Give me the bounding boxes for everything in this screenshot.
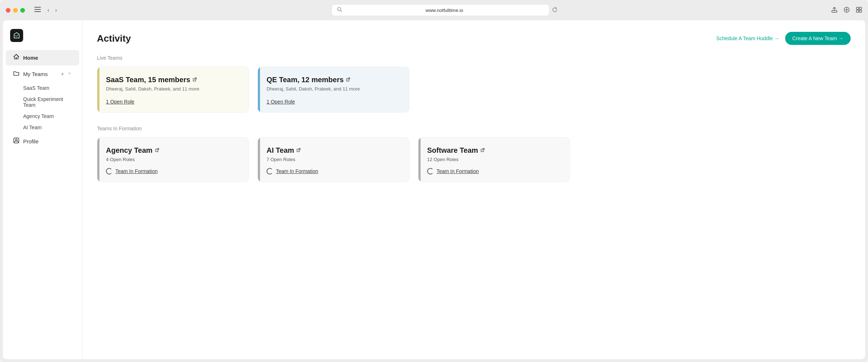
svg-rect-9 [856,7,859,9]
browser-window: ‹ › www.notfulltime.io [0,0,868,362]
minimize-button[interactable] [13,8,18,13]
sidebar-item-profile[interactable]: Profile [6,134,79,149]
saas-team-card[interactable]: SaaS Team, 15 members Dheeraj, Sahil, Da… [97,67,249,113]
formation-teams-row: Agency Team 4 Open Roles Team In Formati… [97,137,851,182]
saas-team-card-title: SaaS Team, 15 members [106,76,240,84]
home-icon [13,54,20,62]
qe-team-external-icon [346,77,350,83]
ai-team-formation-status[interactable]: Team In Formation [267,168,400,174]
app-logo [10,29,23,42]
browser-controls: ‹ › [32,6,59,14]
agency-team-card[interactable]: Agency Team 4 Open Roles Team In Formati… [97,137,249,182]
collapse-icon[interactable]: ^ [67,71,72,77]
my-teams-label: My Teams [23,71,56,77]
software-team-card-title: Software Team [427,146,561,155]
live-teams-section-label: Live Teams [97,55,851,61]
address-bar[interactable]: www.notfulltime.io [332,5,549,16]
svg-rect-12 [859,10,861,12]
sidebar-section-my-teams[interactable]: My Teams + ^ [6,66,79,82]
sidebar-toggle-button[interactable] [32,6,43,14]
software-team-external-icon [480,148,485,153]
formation-icon [106,168,112,174]
ai-team-open-roles: 7 Open Roles [267,157,400,162]
svg-rect-2 [34,11,41,12]
software-team-card[interactable]: Software Team 12 Open Roles Team In Form… [418,137,570,182]
software-team-open-roles: 12 Open Roles [427,157,561,162]
agency-team-card-title: Agency Team [106,146,240,155]
schedule-huddle-link[interactable]: Schedule A Team Huddle → [716,35,779,41]
agency-team-formation-status[interactable]: Team In Formation [106,168,240,174]
ai-team-card[interactable]: AI Team 7 Open Roles Team In Formation [258,137,409,182]
sidebar-sub-item-ai-team[interactable]: AI Team [6,122,79,133]
svg-line-4 [340,10,342,12]
profile-label: Profile [23,138,39,144]
ai-team-external-icon [296,148,301,153]
qe-team-members: Dheeraj, Sahil, Daksh, Prateek, and 11 m… [267,86,400,92]
svg-point-14 [16,139,17,141]
browser-content: Home My Teams + ^ SaaS Team [3,20,865,359]
agency-formation-label: Team In Formation [115,168,158,174]
url-display: www.notfulltime.io [345,8,544,13]
svg-rect-1 [34,9,41,10]
agency-team-name: Agency Team [106,146,153,155]
sidebar-sub-item-saas-team[interactable]: SaaS Team [6,83,79,93]
my-teams-actions: + ^ [59,70,72,78]
ai-team-label: AI Team [23,125,42,130]
fullscreen-button[interactable] [20,8,25,13]
sidebar-sub-item-agency-team[interactable]: Agency Team [6,111,79,122]
add-team-icon[interactable]: + [59,70,65,78]
browser-actions-right [831,7,862,14]
formation-icon-ai [267,168,273,174]
browser-titlebar: ‹ › www.notfulltime.io [0,0,868,20]
formation-teams-section-label: Teams In Formation [97,126,851,131]
main-header: Activity Schedule A Team Huddle → Create… [97,32,851,45]
software-team-name: Software Team [427,146,478,155]
saas-team-external-icon [192,77,197,83]
live-teams-row: SaaS Team, 15 members Dheeraj, Sahil, Da… [97,67,851,113]
qe-team-card-title: QE Team, 12 members [267,76,400,84]
svg-rect-0 [34,7,41,8]
ai-team-card-title: AI Team [267,146,400,155]
saas-team-open-role-link[interactable]: 1 Open Role [106,99,135,105]
forward-button[interactable]: › [54,7,58,14]
sidebar-sub-item-quick-experiment[interactable]: Quick Experiment Team [6,94,79,110]
software-formation-label: Team In Formation [437,168,479,174]
saas-team-members: Dheeraj, Sahil, Daksh, Prateek, and 11 m… [106,86,240,92]
create-new-team-button[interactable]: Create A New Team → [785,32,851,45]
svg-rect-5 [832,10,837,12]
ai-formation-label: Team In Formation [276,168,318,174]
traffic-lights [6,8,25,13]
saas-team-label: SaaS Team [23,85,49,91]
svg-rect-11 [856,10,859,12]
qe-team-name: QE Team, 12 members [267,76,344,84]
agency-team-label: Agency Team [23,113,54,119]
header-actions: Schedule A Team Huddle → Create A New Te… [716,32,851,45]
main-content: Activity Schedule A Team Huddle → Create… [82,20,865,359]
close-button[interactable] [6,8,10,13]
sidebar: Home My Teams + ^ SaaS Team [3,20,82,359]
reload-button[interactable] [552,7,558,14]
svg-rect-10 [859,7,861,9]
address-bar-wrapper: www.notfulltime.io [63,5,827,16]
agency-team-open-roles: 4 Open Roles [106,157,240,162]
quick-experiment-label: Quick Experiment Team [23,96,63,108]
profile-icon [13,137,20,146]
sidebar-home-label: Home [23,55,38,61]
sidebar-item-home[interactable]: Home [6,50,79,66]
share-button[interactable] [831,7,838,14]
formation-icon-software [427,168,434,174]
windows-button[interactable] [856,7,862,14]
back-button[interactable]: ‹ [46,7,51,14]
page-title: Activity [97,33,131,44]
agency-team-external-icon [155,148,159,153]
new-tab-button[interactable] [843,7,850,14]
folder-icon [13,70,20,78]
qe-team-open-role-link[interactable]: 1 Open Role [267,99,295,105]
ai-team-name: AI Team [267,146,294,155]
sidebar-nav: Home My Teams + ^ SaaS Team [3,49,82,353]
qe-team-card[interactable]: QE Team, 12 members Dheeraj, Sahil, Daks… [258,67,409,113]
search-icon [337,7,342,13]
software-team-formation-status[interactable]: Team In Formation [427,168,561,174]
sidebar-logo [3,26,82,49]
saas-team-name: SaaS Team, 15 members [106,76,190,84]
